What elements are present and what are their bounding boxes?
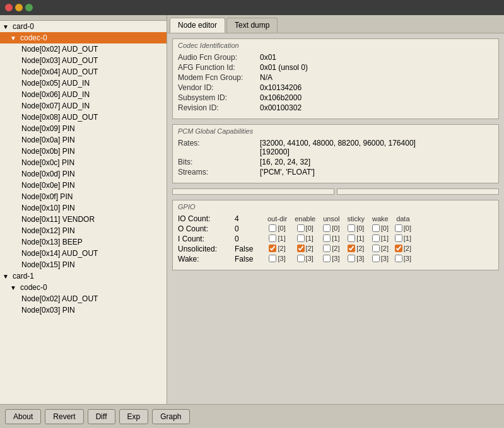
gpio-info: IO Count: 4 O Count: 0 I Count: 0	[178, 214, 254, 265]
gpio-checkbox-sticky-0[interactable]	[348, 224, 355, 232]
tree-item-codec0[interactable]: ▼codec-0	[0, 32, 167, 43]
gpio-checkbox-outdir-0[interactable]	[269, 224, 276, 232]
close-button[interactable]	[5, 4, 13, 11]
tree-item-n04[interactable]: Node[0x04] AUD_OUT	[0, 66, 167, 78]
gpio-checkbox-unsol-0[interactable]	[323, 224, 331, 232]
gpio-cell-sticky-2: [2]	[344, 243, 369, 253]
codec-row-5: Revision ID:0x00100302	[178, 103, 493, 112]
gpio-checkbox-wake-0[interactable]	[372, 224, 380, 232]
gpio-row-label: [3]	[404, 255, 411, 262]
col-sticky: sticky	[344, 214, 369, 223]
gpio-cell-wake-1: [1]	[368, 233, 392, 243]
tree-item-n0d[interactable]: Node[0x0d] PIN	[0, 168, 167, 180]
gpio-checkbox-enable-1[interactable]	[297, 234, 305, 242]
tree-item-card0[interactable]: ▼card-0	[0, 21, 167, 32]
gpio-checkbox-unsol-2[interactable]	[323, 245, 331, 252]
gpio-row-3: [3][3][3][3][3][3]	[264, 253, 414, 263]
gpio-checkbox-unsol-3[interactable]	[323, 255, 331, 262]
unsolicited-label: Unsolicited:	[178, 245, 235, 253]
tree-toggle-icon: ▼	[3, 23, 10, 30]
gpio-checkbox-data-2[interactable]	[395, 245, 402, 252]
tree-item-n15[interactable]: Node[0x15] PIN	[0, 259, 167, 270]
amp-caps-row	[172, 188, 499, 200]
codec-id-title: Codec Identification	[178, 42, 493, 49]
i-count-value: 0	[235, 234, 239, 243]
tree-item-n0a[interactable]: Node[0x0a] PIN	[0, 134, 167, 146]
node-tree: ▼card-0▼codec-0Node[0x02] AUD_OUTNode[0x…	[0, 21, 167, 316]
gpio-checkbox-enable-2[interactable]	[297, 245, 305, 252]
gpio-row-label: [2]	[306, 245, 314, 252]
tree-item-n02[interactable]: Node[0x02] AUD_OUT	[0, 43, 167, 55]
tree-item-n03[interactable]: Node[0x03] AUD_OUT	[0, 55, 167, 66]
tree-item-n0b[interactable]: Node[0x0b] PIN	[0, 146, 167, 157]
tree-item-n12[interactable]: Node[0x12] PIN	[0, 225, 167, 236]
gpio-checkbox-enable-0[interactable]	[297, 224, 305, 232]
gpio-row-label: [0]	[404, 224, 411, 232]
gpio-checkbox-wake-3[interactable]	[372, 255, 380, 262]
gpio-checkbox-data-0[interactable]	[395, 224, 402, 232]
tree-item-n08[interactable]: Node[0x08] AUD_OUT	[0, 112, 167, 123]
tree-label: Node[0x02] AUD_OUT	[19, 43, 100, 55]
tree-item-codec0b[interactable]: ▼codec-0	[0, 282, 167, 293]
panel-content: Codec Identification Audio Fcn Group:0x0…	[167, 33, 504, 404]
minimize-button[interactable]	[15, 4, 23, 11]
tree-item-n07[interactable]: Node[0x07] AUD_IN	[0, 100, 167, 112]
gpio-checkbox-unsol-1[interactable]	[323, 234, 331, 242]
gpio-checkbox-sticky-1[interactable]	[348, 234, 355, 242]
pcm-section: PCM Global Capabilities Rates: [32000, 4…	[172, 124, 499, 183]
main-layout: ▼card-0▼codec-0Node[0x02] AUD_OUTNode[0x…	[0, 15, 504, 428]
gpio-cell-unsol-3: [3]	[319, 253, 343, 263]
tree-label: codec-0	[18, 32, 50, 43]
sidebar: ▼card-0▼codec-0Node[0x02] AUD_OUTNode[0x…	[0, 15, 167, 404]
window-controls[interactable]	[5, 4, 33, 11]
gpio-cell-unsol-0: [0]	[319, 223, 343, 233]
gpio-checkbox-sticky-3[interactable]	[348, 255, 355, 262]
tree-toggle-icon: ▼	[10, 35, 18, 42]
gpio-checkbox-data-1[interactable]	[395, 234, 402, 242]
about-button[interactable]: About	[5, 409, 41, 424]
gpio-checkbox-wake-2[interactable]	[372, 245, 380, 252]
output-amp-caps	[337, 188, 499, 195]
tab-text-dump[interactable]: Text dump	[226, 18, 278, 33]
tree-item-n11[interactable]: Node[0x11] VENDOR	[0, 214, 167, 225]
gpio-table-wrapper: out-dir enable unsol sticky wake data	[264, 214, 414, 265]
pcm-streams-label: Streams:	[178, 168, 260, 176]
gpio-row-label: [2]	[404, 245, 411, 252]
codec-row-1: AFG Function Id:0x01 (unsol 0)	[178, 63, 493, 72]
pcm-title: PCM Global Capabilities	[178, 127, 493, 135]
tree-item-n0c[interactable]: Node[0x0c] PIN	[0, 157, 167, 168]
gpio-checkbox-outdir-3[interactable]	[269, 255, 276, 262]
tree-item-n03b[interactable]: Node[0x03] PIN	[0, 304, 167, 316]
tree-item-card1[interactable]: ▼card-1	[0, 270, 167, 282]
gpio-table: out-dir enable unsol sticky wake data	[264, 214, 414, 263]
tree-item-n06[interactable]: Node[0x06] AUD_IN	[0, 89, 167, 100]
codec-label-1: AFG Function Id:	[178, 63, 260, 72]
gpio-checkbox-outdir-2[interactable]	[269, 245, 276, 252]
gpio-cell-wake-3: [3]	[368, 253, 392, 263]
tree-item-n14[interactable]: Node[0x14] AUD_OUT	[0, 248, 167, 259]
gpio-row-label: [3]	[306, 255, 314, 262]
gpio-checkbox-sticky-2[interactable]	[348, 245, 355, 252]
gpio-checkbox-enable-3[interactable]	[297, 255, 305, 262]
tree-item-n0e[interactable]: Node[0x0e] PIN	[0, 180, 167, 191]
exp-button[interactable]: Exp	[119, 409, 149, 424]
gpio-cell-enable-3: [3]	[291, 253, 319, 263]
tab-node-editor[interactable]: Node editor	[170, 18, 225, 33]
tree-item-n05[interactable]: Node[0x05] AUD_IN	[0, 78, 167, 89]
tree-item-n0f[interactable]: Node[0x0f] PIN	[0, 191, 167, 202]
gpio-checkbox-outdir-1[interactable]	[269, 234, 276, 242]
tree-item-n13[interactable]: Node[0x13] BEEP	[0, 236, 167, 248]
tree-item-n10[interactable]: Node[0x10] PIN	[0, 202, 167, 214]
graph-button[interactable]: Graph	[152, 409, 189, 424]
tree-item-n02b[interactable]: Node[0x02] AUD_OUT	[0, 293, 167, 304]
codec-label-5: Revision ID:	[178, 103, 260, 112]
diff-button[interactable]: Diff	[88, 409, 115, 424]
gpio-checkbox-wake-1[interactable]	[372, 234, 380, 242]
gpio-checkbox-data-3[interactable]	[395, 255, 402, 262]
revert-button[interactable]: Revert	[45, 409, 83, 424]
col-wake: wake	[368, 214, 392, 223]
gpio-cell-data-0: [0]	[392, 223, 414, 233]
gpio-cell-wake-0: [0]	[368, 223, 392, 233]
maximize-button[interactable]	[25, 4, 33, 11]
tree-item-n09[interactable]: Node[0x09] PIN	[0, 123, 167, 134]
